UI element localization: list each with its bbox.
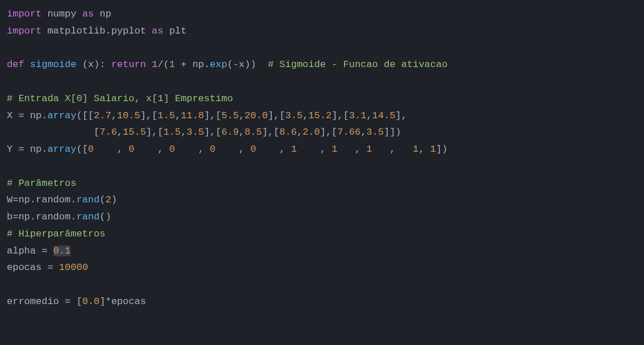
code-line-13: epocas = 10000	[7, 259, 637, 276]
blank-line	[7, 276, 637, 293]
function-rand: rand	[76, 211, 99, 222]
function-rand: rand	[76, 194, 99, 205]
code-line-2: import matplotlib.pyplot as plt	[7, 23, 637, 40]
code-line-5: X = np.array([[2.7,10.5],[1.5,11.8],[5.5…	[7, 107, 637, 124]
keyword-as: as	[152, 26, 163, 36]
comment-entrada: # Entrada X[0] Salario, x[1] Emprestimo	[7, 93, 233, 104]
module-matplotlib: matplotlib.pyplot	[47, 26, 146, 36]
blank-line	[7, 158, 637, 175]
comment-hiperparametros: # Hiperparâmetros	[7, 228, 105, 239]
code-line-3: def sigmoide (x): return 1/(1 + np.exp(-…	[7, 56, 637, 73]
comment-sigmoide: # Sigmoide - Funcao de ativacao	[268, 59, 447, 70]
keyword-import: import	[7, 26, 41, 36]
code-line-1: import numpy as np	[7, 6, 637, 23]
code-line-9: W=np.random.rand(2)	[7, 192, 637, 209]
value-alpha: 0.1	[53, 246, 71, 256]
code-line-7: Y = np.array([0 , 0 , 0 , 0 , 0 , 1 , 1 …	[7, 141, 637, 158]
code-line-4: # Entrada X[0] Salario, x[1] Emprestimo	[7, 90, 637, 107]
keyword-as: as	[82, 9, 94, 19]
function-exp: exp	[210, 59, 227, 70]
code-editor[interactable]: import numpy as np import matplotlib.pyp…	[7, 6, 637, 310]
code-line-10: b=np.random.rand()	[7, 209, 637, 226]
code-line-6: [7.6,15.5],[1.5,3.5],[6.9,8.5],[8.6,2.0]…	[7, 124, 637, 141]
blank-line	[7, 73, 637, 90]
code-line-11: # Hiperparâmetros	[7, 226, 637, 243]
keyword-import: import	[7, 9, 41, 19]
keyword-def: def	[7, 59, 24, 70]
code-line-12: alpha = 0.1	[7, 243, 637, 260]
comment-parametros: # Parâmetros	[7, 178, 76, 189]
keyword-return: return	[111, 59, 146, 70]
module-numpy: numpy	[47, 9, 76, 19]
code-line-8: # Parâmetros	[7, 175, 637, 192]
code-line-14: erromedio = [0.0]*epocas	[7, 293, 637, 310]
function-array: array	[47, 110, 76, 121]
alias-plt: plt	[169, 26, 187, 36]
value-epocas: 10000	[59, 262, 88, 273]
blank-line	[7, 40, 637, 57]
alias-np: np	[99, 9, 111, 19]
function-array: array	[47, 144, 76, 155]
function-sigmoide: sigmoide	[30, 59, 77, 70]
